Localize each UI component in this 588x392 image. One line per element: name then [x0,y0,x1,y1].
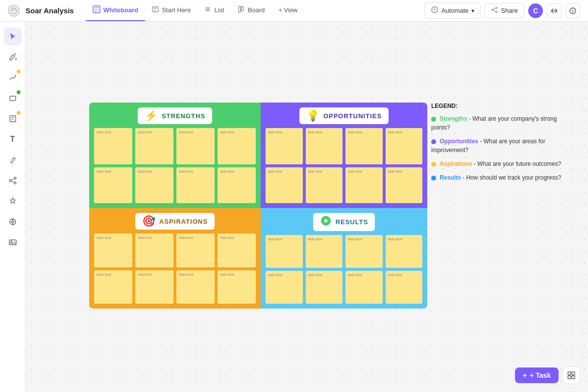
sticky-note[interactable]: Add text [345,167,383,204]
sticky-note[interactable]: Add text [218,128,256,164]
svg-point-13 [496,11,497,13]
sticky-note[interactable]: Add text [94,128,132,164]
sticky-note[interactable]: Add text [306,235,343,268]
tab-view[interactable]: + View [271,0,304,21]
sticky-note[interactable]: Add text [266,271,303,304]
results-title: RESULTS [336,218,368,226]
sticky-note[interactable]: Add text [386,128,423,164]
opportunities-header: 💡 OPPORTUNITIES [266,107,422,124]
list-icon [204,6,211,14]
info-button[interactable] [565,3,580,18]
sticky-note[interactable]: Add text [306,128,343,164]
aspirations-header: 🎯 ASPIRATIONS [94,213,256,230]
aspirations-emoji: 🎯 [142,215,155,228]
sticky-note[interactable]: Add text [306,167,343,204]
strengths-emoji: ⚡ [145,109,158,122]
sticky-note[interactable]: Add text [176,234,215,267]
strengths-legend-dot [431,117,436,122]
sticky-note[interactable]: Add text [176,128,215,164]
tab-board[interactable]: Board [231,0,272,21]
sticky-note[interactable]: Add text [218,167,256,204]
expand-button[interactable] [547,3,562,18]
tool-brush[interactable] [4,151,22,169]
automate-button[interactable]: Automate ▾ [424,2,481,19]
legend-panel: LEGEND: Strengths - What are your compan… [431,103,568,187]
svg-rect-39 [572,376,575,379]
add-task-button[interactable]: + + Task [515,367,559,383]
tool-magic[interactable] [4,192,22,210]
svg-rect-2 [152,7,158,12]
sticky-note[interactable]: Add text [345,235,383,268]
tool-connect[interactable] [4,172,22,189]
strengths-legend-label: Strengths [440,115,467,122]
automate-chevron-icon: ▾ [471,7,474,14]
aspirations-quadrant[interactable]: 🎯 ASPIRATIONS Add text Add text Add text… [89,208,261,309]
sticky-note[interactable]: Add text [176,167,215,204]
legend-title: LEGEND: [431,103,568,109]
results-emoji [320,215,332,229]
grid-view-button[interactable] [563,366,580,384]
sticky-note[interactable]: Add text [386,271,423,304]
main-content: T ⚡ STRENGTHS [0,22,588,392]
sticky-note[interactable]: Add text [176,270,215,304]
tab-whiteboard[interactable]: Whiteboard [86,0,146,21]
sticky-note[interactable]: Add text [94,270,132,304]
opportunities-title: OPPORTUNITIES [323,112,382,120]
sticky-note[interactable]: Add text [135,270,173,304]
sticky-note[interactable]: Add text [135,234,173,267]
sticky-note[interactable]: Add text [266,128,303,164]
sticky-note[interactable]: Add text [135,128,173,164]
tab-start-here[interactable]: Start Here [145,0,197,21]
text-tool-label: T [10,135,15,144]
opportunities-emoji: 💡 [306,109,319,122]
user-avatar[interactable]: C [528,3,543,18]
bottom-right-controls: + + Task [515,366,580,384]
strengths-quadrant[interactable]: ⚡ STRENGTHS Add text Add text Add text A… [89,103,261,208]
svg-line-14 [493,8,496,9]
strengths-title: STRENGTHS [162,112,205,120]
sticky-note[interactable]: Add text [266,235,303,268]
strengths-title-box: ⚡ STRENGTHS [138,107,212,124]
results-legend-desc: - How should we track your progress? [463,174,561,181]
tool-pen-plus[interactable] [4,48,22,66]
share-button[interactable]: Share [485,3,524,18]
app-title: Soar Analysis [25,6,74,15]
sticky-note[interactable]: Add text [135,167,173,204]
results-quadrant[interactable]: RESULTS Add text Add text Add text Add t… [261,208,427,309]
sticky-note[interactable]: Add text [306,271,343,304]
svg-rect-36 [568,372,571,375]
sticky-note[interactable]: Add text [386,167,423,204]
opportunities-quadrant[interactable]: 💡 OPPORTUNITIES Add text Add text Add te… [261,103,427,208]
sticky-note[interactable]: Add text [386,235,423,268]
sticky-note[interactable]: Add text [218,234,256,267]
aspirations-title-box: 🎯 ASPIRATIONS [135,213,215,230]
tool-text[interactable]: T [4,131,22,148]
tool-draw[interactable] [4,69,22,86]
sticky-note[interactable]: Add text [345,271,383,304]
tab-start-here-label: Start Here [162,6,191,14]
sticky-note[interactable]: Add text [266,167,303,204]
svg-rect-37 [572,372,575,375]
sticky-note[interactable]: Add text [345,128,383,164]
tab-board-label: Board [248,6,265,14]
whiteboard-canvas[interactable]: ⚡ STRENGTHS Add text Add text Add text A… [25,22,588,392]
opportunities-title-box: 💡 OPPORTUNITIES [299,107,389,124]
aspirations-notes-grid: Add text Add text Add text Add text Add … [94,234,256,304]
sticky-note[interactable]: Add text [218,270,256,304]
tab-list[interactable]: List [197,0,231,21]
tool-sticky[interactable] [4,110,22,128]
svg-rect-22 [10,96,16,101]
svg-line-19 [15,53,16,55]
results-legend-dot [431,176,436,181]
sticky-note[interactable]: Add text [94,167,132,204]
strengths-notes-grid: Add text Add text Add text Add text Add … [94,128,256,203]
tab-view-label: + View [278,6,297,14]
svg-rect-23 [10,116,16,122]
tool-cursor[interactable] [4,27,22,45]
tool-globe[interactable] [4,213,22,231]
sticky-note[interactable]: Add text [94,234,132,267]
svg-line-30 [11,181,14,183]
strengths-header: ⚡ STRENGTHS [94,107,256,124]
tool-image[interactable] [4,234,22,251]
tool-shape[interactable] [4,89,22,107]
